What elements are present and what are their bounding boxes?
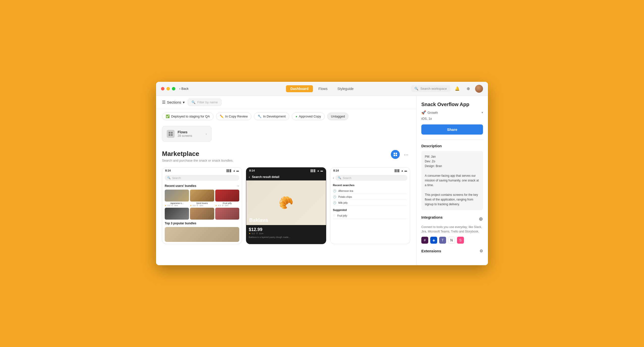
sidebar-divider	[421, 140, 483, 140]
wifi-icon3: ▲	[401, 169, 404, 172]
bundle-meta-3: ★4.3⏱15m	[215, 204, 240, 207]
phone1-time: 8:14	[165, 169, 171, 172]
storybook-integration-icon[interactable]: S	[457, 237, 464, 244]
fullscreen-button[interactable]	[172, 87, 175, 91]
phone1-bundles-title: Recent users' bundles	[165, 184, 196, 188]
marketplace-actions: ···	[391, 150, 410, 159]
back-button[interactable]: ‹ Back	[179, 87, 188, 91]
sections-button[interactable]: ☰ Sections ▾	[162, 100, 185, 105]
battery-icon2: ▬	[320, 169, 323, 172]
phone3-item-3-label: Milk jelly	[338, 201, 348, 204]
filter-input[interactable]: 🔍 Filter by name	[188, 99, 222, 106]
bell-icon: 🔔	[455, 86, 460, 91]
marketplace-section: Marketplace Search and purchase the snac…	[156, 144, 416, 265]
phone1-popular-title: Top 3 popular bundles	[165, 222, 196, 225]
tag-untagged[interactable]: Untagged	[327, 113, 348, 120]
flows-title: Flows	[178, 130, 202, 134]
phone2-price: $12.99	[249, 227, 323, 232]
phone3-item-1: 🕐 Afternoon tea	[333, 188, 408, 194]
sidebar-description-box: PM: Jan Dev: Zo Design: Bran A consumer-…	[421, 151, 483, 210]
svg-rect-2	[169, 134, 170, 136]
svg-rect-6	[394, 155, 395, 156]
share-screen-button[interactable]	[391, 150, 400, 159]
filter-search-icon: 🔍	[192, 100, 196, 104]
toolbar: ☰ Sections ▾ 🔍 Filter by name	[156, 96, 416, 109]
phone-mockup-1: 8:14 ▌▌▌ ▲ ▬ 🔍 Search	[162, 167, 242, 244]
marketplace-title: Marketplace	[162, 150, 233, 158]
flows-subtitle: 28 screens	[178, 134, 202, 138]
sidebar-content: Snack Overflow App 🚀 Growth ▾ iOS, 1x Sh…	[416, 96, 488, 259]
search-workspace[interactable]: 🔍 Search workspace	[411, 85, 450, 92]
slack-integration-icon[interactable]: #	[421, 237, 428, 244]
chevron-down-icon: ▾	[183, 100, 185, 105]
notion-integration-icon[interactable]: N	[448, 237, 455, 244]
sidebar-extensions-row: Extensions ⚙	[421, 249, 483, 253]
battery-icon: ▬	[236, 169, 239, 172]
tag-approved-copy[interactable]: ● Approved Copy	[292, 113, 325, 120]
user-avatar[interactable]	[475, 85, 483, 93]
phone-mockup-2: 8:14 ▌▌▌ ▲ ▬ ‹ Search result detail	[246, 167, 326, 244]
phones-grid: 8:14 ▌▌▌ ▲ ▬ 🔍 Search	[162, 167, 410, 244]
phone2-rating: ★ 5.0 ⏱ 31m	[249, 232, 323, 235]
close-button[interactable]	[161, 87, 164, 91]
phone2-status-bar: 8:14 ▌▌▌ ▲ ▬	[246, 168, 326, 174]
phone3-item-1-label: Afternoon tea	[338, 190, 353, 192]
search-icon: 🔍	[414, 87, 418, 91]
tab-styleguide[interactable]: Styleguide	[333, 85, 358, 92]
help-button[interactable]: ⊕	[464, 85, 472, 93]
add-integration-button[interactable]: ⊕	[479, 216, 483, 222]
wifi-icon: ▲	[233, 169, 235, 172]
notifications-button[interactable]: 🔔	[453, 85, 461, 93]
tag-deployed[interactable]: ✅ Deployed to staging for QA	[162, 113, 214, 120]
phone1-search-placeholder: Search	[172, 176, 181, 179]
phone2-description: Baklava is a layered pastry dough made..…	[249, 236, 323, 239]
phone2-detail: $12.99 ★ 5.0 ⏱ 31m Baklava is a layered …	[246, 225, 326, 241]
tag-copy-review[interactable]: ✏️ In Copy Review	[216, 113, 252, 120]
flows-card[interactable]: Flows 28 screens ›	[162, 126, 212, 142]
bundle-img-red	[215, 190, 240, 201]
sidebar-meta: iOS, 1x	[421, 117, 483, 120]
chevron-left-icon: ‹	[179, 87, 180, 91]
flows-section: Flows 28 screens ›	[156, 124, 416, 144]
bundle-item-1: Japanese s... ★5.0⏱30m	[165, 190, 189, 207]
nav-tabs: Dashboard Flows Styleguide	[286, 85, 358, 92]
rocket-icon: 🚀	[421, 110, 426, 115]
phone3-search: 🔍 Search	[336, 175, 408, 181]
phone1-bundles-arrow: →	[236, 184, 239, 188]
popular-bundle-img	[165, 227, 239, 242]
teams-integration-icon[interactable]: T	[439, 237, 446, 244]
tab-dashboard[interactable]: Dashboard	[286, 85, 313, 92]
search-workspace-label: Search workspace	[420, 87, 447, 91]
flows-icon	[167, 130, 174, 138]
more-options-button[interactable]: ···	[402, 150, 410, 158]
extensions-filter-icon[interactable]: ⚙	[480, 249, 483, 253]
phone1-status-icons: ▌▌▌ ▲ ▬	[227, 169, 239, 172]
phone1-search-icon: 🔍	[167, 176, 171, 179]
phone2-product-name: Baklava	[249, 217, 268, 223]
sidebar-description-title: Description	[421, 144, 483, 148]
main-content: ☰ Sections ▾ 🔍 Filter by name ✅ Deployed…	[156, 96, 488, 265]
share-button[interactable]: Share	[421, 124, 483, 135]
phone3-item-2: 🕐 Potato chips	[333, 194, 408, 200]
phone3-status-icons: ▌▌▌ ▲ ▬	[395, 169, 407, 172]
tab-flows[interactable]: Flows	[314, 85, 332, 92]
trello-integration-icon[interactable]: ◈	[430, 237, 437, 244]
tag-dev-icon: 🔧	[258, 115, 262, 118]
phone3-results: Recent searches 🕐 Afternoon tea 🕐 Potato…	[330, 182, 410, 220]
bundle-item-6	[215, 208, 240, 220]
battery-icon3: ▬	[404, 169, 407, 172]
minimize-button[interactable]	[166, 87, 170, 91]
sidebar-description-text: PM: Jan Dev: Zo Design: Bran A consumer-…	[425, 154, 480, 207]
clock-icon-1: 🕐	[333, 189, 336, 193]
tag-in-development[interactable]: 🔧 In Development	[254, 113, 289, 120]
help-icon: ⊕	[467, 86, 470, 91]
tag-approved-label: Approved Copy	[299, 115, 321, 118]
bundle-label-3: Fruit jelly	[215, 202, 240, 204]
sidebar-integrations-text: Connect to tools you use everyday; like …	[421, 225, 483, 234]
tag-copy-label: In Copy Review	[225, 115, 248, 118]
tag-copy-icon: ✏️	[220, 115, 224, 118]
sidebar-tag-row: 🚀 Growth ▾	[421, 110, 483, 115]
sidebar-growth-tag[interactable]: 🚀 Growth	[421, 110, 438, 115]
phone3-suggested-title: Suggested	[333, 208, 408, 211]
sidebar-app-title: Snack Overflow App	[421, 102, 483, 107]
